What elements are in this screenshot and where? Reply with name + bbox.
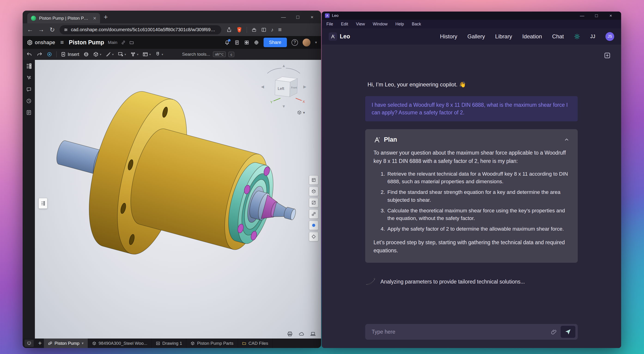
feature-panel-handle[interactable] [38, 198, 47, 209]
settings-gear-icon[interactable] [574, 34, 580, 40]
leo-maximize-button[interactable]: □ [589, 13, 604, 18]
rotate-left-icon[interactable]: ◀ [261, 84, 264, 89]
select-tool-button[interactable]: ▾ [118, 52, 126, 57]
chat-input[interactable] [372, 329, 547, 335]
extensions-icon[interactable] [252, 27, 257, 32]
notifications-bell-icon[interactable] [224, 40, 230, 45]
account-caret-icon[interactable]: ▾ [315, 40, 317, 44]
browser-menu-icon[interactable]: ≡ [278, 26, 282, 33]
connections-tool-button[interactable]: ▾ [130, 52, 138, 57]
view-cube-graphic[interactable]: Left Front Y X [260, 64, 307, 110]
measure-tool-button[interactable]: ▾ [106, 52, 114, 57]
laptop-icon[interactable] [310, 331, 316, 337]
doc-tab-cad-files[interactable]: CAD Files [238, 338, 273, 348]
user-label[interactable]: JJ [590, 34, 595, 40]
view-options-button[interactable]: ▾ [297, 110, 305, 115]
share-link-icon[interactable] [121, 40, 126, 45]
rotate-up-icon[interactable]: ▲ [282, 64, 286, 68]
attachment-paperclip-icon[interactable] [551, 329, 557, 335]
doc-tab-steel[interactable]: 98490A300_Steel Woo... [88, 338, 152, 348]
plan-header[interactable]: Plan [374, 136, 570, 143]
nav-history[interactable]: History [440, 33, 457, 40]
browser-maximize-button[interactable]: □ [290, 14, 305, 20]
leo-minimize-button[interactable]: — [575, 13, 589, 18]
doc-tab-parts[interactable]: Piston Pump Parts [186, 338, 238, 348]
menu-edit[interactable]: Edit [341, 22, 348, 26]
caret-down-icon: ▾ [303, 110, 305, 115]
apps-grid-icon[interactable] [244, 40, 249, 45]
browser-tab[interactable]: Piston Pump | Piston Pump × [27, 13, 100, 23]
back-icon[interactable]: ← [26, 26, 34, 33]
named-views-button[interactable] [309, 187, 318, 196]
render-mode-button[interactable] [309, 221, 318, 230]
new-tab-button[interactable]: + [104, 13, 108, 21]
view-cube[interactable]: ◀ ▶ ▲ ▼ Left Front Y [260, 64, 307, 110]
doc-tab-piston-pump[interactable]: Piston Pump ▾ [44, 338, 88, 348]
site-settings-icon[interactable] [64, 28, 68, 32]
nav-gallery[interactable]: Gallery [468, 33, 485, 40]
sheet-tool-button[interactable]: ▾ [142, 52, 151, 57]
mate-tool-button[interactable]: ▾ [93, 52, 102, 57]
workspace-label[interactable]: Main [108, 40, 117, 45]
forward-icon[interactable]: → [38, 26, 45, 33]
cloud-icon[interactable] [298, 331, 304, 337]
appearance-panel-button[interactable] [309, 176, 318, 185]
follow-mode-button[interactable] [24, 340, 34, 347]
snap-tool-button[interactable]: ▾ [155, 52, 163, 57]
isolate-button[interactable] [309, 232, 318, 241]
menu-window[interactable]: Window [373, 22, 388, 26]
sidebar-icon[interactable] [261, 27, 266, 32]
menu-file[interactable]: File [326, 22, 333, 26]
share-page-icon[interactable] [226, 27, 232, 32]
revolve-tool-button[interactable] [84, 52, 89, 57]
3d-viewport[interactable]: ◀ ▶ ▲ ▼ Left Front Y [35, 60, 321, 338]
menu-help[interactable]: Help [396, 22, 404, 26]
send-button[interactable] [560, 326, 576, 338]
help-button[interactable]: ? [292, 39, 298, 46]
media-icon[interactable]: ♪ [271, 27, 274, 33]
rotate-right-icon[interactable]: ▶ [303, 84, 306, 89]
nav-ideation[interactable]: Ideation [522, 33, 542, 40]
insert-instance-icon[interactable] [26, 75, 32, 81]
folder-icon[interactable] [129, 40, 134, 45]
bom-notes-icon[interactable] [26, 110, 32, 115]
nav-library[interactable]: Library [495, 33, 512, 40]
undo-icon[interactable] [26, 52, 32, 57]
versions-icon[interactable] [234, 40, 240, 45]
print-icon[interactable] [287, 331, 293, 337]
reload-icon[interactable]: ↻ [48, 26, 56, 34]
browser-minimize-button[interactable]: — [276, 14, 290, 20]
render-globe-icon[interactable] [254, 40, 259, 45]
comments-icon[interactable] [26, 87, 32, 92]
insert-button[interactable]: Insert [61, 52, 79, 57]
leo-avatar[interactable]: JS [606, 32, 614, 41]
share-button[interactable]: Share [264, 38, 287, 47]
nav-chat[interactable]: Chat [552, 33, 564, 40]
history-icon[interactable] [26, 98, 32, 104]
tab-close-icon[interactable]: × [93, 16, 96, 21]
search-tools-button[interactable]: Search tools... alt/⌥ c [182, 52, 234, 57]
exploded-view-button[interactable] [309, 209, 318, 218]
menu-view[interactable]: View [356, 22, 365, 26]
caret-down-icon[interactable]: ▾ [82, 341, 84, 346]
address-bar[interactable]: cad.onshape.com/documents/5c1c6100140a5f… [60, 25, 221, 34]
collapse-chevron-icon[interactable] [564, 137, 570, 142]
document-menu-icon[interactable]: ≡ [60, 39, 64, 46]
redo-icon[interactable] [36, 52, 42, 57]
user-avatar[interactable] [302, 38, 310, 46]
browser-close-button[interactable]: × [305, 14, 319, 20]
leo-close-button[interactable]: × [604, 13, 618, 18]
doc-tab-drawing[interactable]: Drawing 1 [152, 338, 187, 348]
new-chat-button[interactable] [604, 52, 611, 59]
onshape-logo[interactable]: onshape [27, 40, 55, 46]
leo-brand[interactable]: Leo [329, 32, 350, 41]
section-view-button[interactable] [309, 198, 318, 207]
display-states-icon[interactable] [47, 52, 52, 57]
view-cube-front-face: Front [291, 86, 297, 89]
browser-window: Piston Pump | Piston Pump × + — □ × ← → … [23, 11, 321, 348]
brave-shield-icon[interactable] [236, 27, 242, 33]
rotate-down-icon[interactable]: ▼ [282, 104, 286, 109]
menu-back[interactable]: Back [412, 22, 421, 26]
feature-tree-icon[interactable] [26, 63, 32, 69]
add-tab-button[interactable]: + [36, 340, 44, 347]
